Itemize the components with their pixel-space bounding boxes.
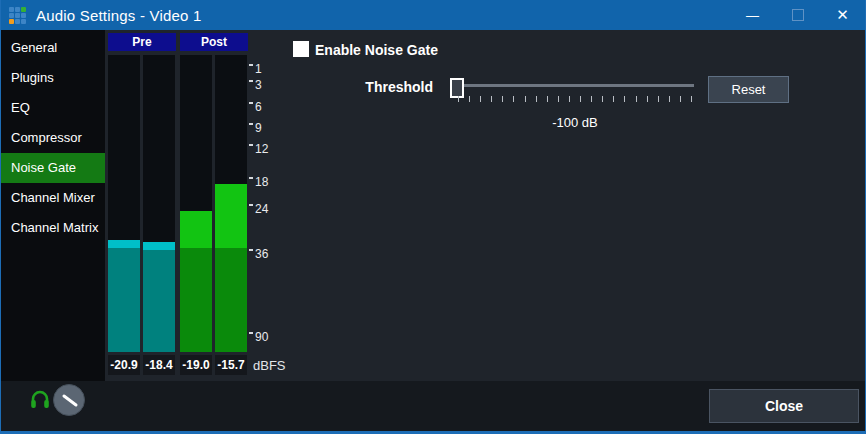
slider-tick bbox=[636, 96, 637, 102]
meter-value-post-left: -19.0 bbox=[180, 355, 212, 375]
reset-button[interactable]: Reset bbox=[708, 76, 789, 103]
headphones-icon[interactable] bbox=[29, 388, 51, 410]
post-meter-header: Post bbox=[180, 33, 248, 51]
threshold-label: Threshold bbox=[341, 79, 433, 95]
slider-tick bbox=[658, 96, 659, 102]
scale-tick bbox=[249, 123, 253, 125]
sidebar-item-channel-mixer[interactable]: Channel Mixer bbox=[1, 183, 105, 213]
window-titlebar: Audio Settings - Video 1 — ✕ bbox=[1, 0, 865, 30]
scale-tick bbox=[249, 332, 253, 334]
meters-panel: Pre Post dBFS -20.9-18.4-19.0-15.7136912… bbox=[1, 0, 865, 431]
scale-tick bbox=[249, 249, 253, 251]
slider-tick bbox=[458, 96, 459, 102]
dbfs-unit-label: dBFS bbox=[253, 358, 286, 373]
slider-tick bbox=[580, 96, 581, 102]
sidebar-item-compressor[interactable]: Compressor bbox=[1, 123, 105, 153]
meter-value-post-right: -15.7 bbox=[215, 355, 247, 375]
scale-tick bbox=[249, 204, 253, 206]
meter-value-pre-right: -18.4 bbox=[143, 355, 175, 375]
pre-meter-header: Pre bbox=[108, 33, 176, 51]
sidebar-item-general[interactable]: General bbox=[1, 33, 105, 63]
sidebar-item-channel-matrix[interactable]: Channel Matrix bbox=[1, 213, 105, 243]
sidebar-item-eq[interactable]: EQ bbox=[1, 93, 105, 123]
scale-label: 90 bbox=[255, 330, 268, 344]
slider-tick bbox=[502, 96, 503, 102]
slider-tick bbox=[591, 96, 592, 102]
close-button[interactable]: Close bbox=[709, 389, 859, 423]
slider-tick bbox=[547, 96, 548, 102]
meter-value-pre-left: -20.9 bbox=[108, 355, 140, 375]
threshold-slider-track[interactable] bbox=[456, 84, 694, 87]
audio-settings-window: Audio Settings - Video 1 — ✕ GeneralPlug… bbox=[0, 0, 866, 434]
slider-tick bbox=[602, 96, 603, 102]
minimize-button[interactable]: — bbox=[730, 0, 775, 30]
enable-noise-gate-checkbox[interactable] bbox=[293, 41, 309, 57]
slider-tick bbox=[680, 96, 681, 102]
slider-tick bbox=[491, 96, 492, 102]
scale-label: 18 bbox=[255, 175, 268, 189]
knob-indicator-icon bbox=[54, 385, 84, 415]
sidebar-item-noise-gate[interactable]: Noise Gate bbox=[1, 153, 105, 183]
slider-tick bbox=[647, 96, 648, 102]
meter-pre-left bbox=[108, 55, 140, 352]
slider-tick bbox=[669, 96, 670, 102]
slider-tick bbox=[469, 96, 470, 102]
scale-tick bbox=[249, 144, 253, 146]
scale-tick bbox=[249, 80, 253, 82]
scale-label: 36 bbox=[255, 247, 268, 261]
slider-tick bbox=[691, 96, 692, 102]
headphone-volume-knob[interactable] bbox=[53, 384, 85, 416]
maximize-button[interactable] bbox=[775, 0, 820, 30]
slider-tick bbox=[536, 96, 537, 102]
threshold-slider-thumb[interactable] bbox=[450, 78, 464, 98]
slider-tick bbox=[558, 96, 559, 102]
slider-tick bbox=[525, 96, 526, 102]
scale-label: 1 bbox=[255, 62, 262, 76]
slider-tick bbox=[624, 96, 625, 102]
app-grid-logo-icon bbox=[9, 7, 26, 24]
threshold-value: -100 dB bbox=[456, 115, 694, 130]
scale-tick bbox=[249, 64, 253, 66]
slider-tick bbox=[569, 96, 570, 102]
scale-label: 6 bbox=[255, 100, 262, 114]
scale-label: 24 bbox=[255, 202, 268, 216]
window-title: Audio Settings - Video 1 bbox=[36, 7, 201, 24]
enable-noise-gate-label: Enable Noise Gate bbox=[315, 42, 438, 58]
slider-tick bbox=[513, 96, 514, 102]
scale-label: 9 bbox=[255, 121, 262, 135]
scale-label: 12 bbox=[255, 142, 268, 156]
scale-tick bbox=[249, 102, 253, 104]
meter-post-right bbox=[215, 55, 247, 352]
slider-ticks bbox=[458, 96, 691, 102]
maximize-icon bbox=[792, 9, 804, 21]
scale-label: 3 bbox=[255, 78, 262, 92]
slider-tick bbox=[480, 96, 481, 102]
meter-post-left bbox=[180, 55, 212, 352]
slider-tick bbox=[613, 96, 614, 102]
sidebar: GeneralPluginsEQCompressorNoise GateChan… bbox=[1, 30, 105, 381]
sidebar-item-plugins[interactable]: Plugins bbox=[1, 63, 105, 93]
scale-tick bbox=[249, 177, 253, 179]
close-window-button[interactable]: ✕ bbox=[820, 0, 865, 30]
footer-bar: Close bbox=[1, 381, 865, 431]
meter-pre-right bbox=[143, 55, 175, 352]
